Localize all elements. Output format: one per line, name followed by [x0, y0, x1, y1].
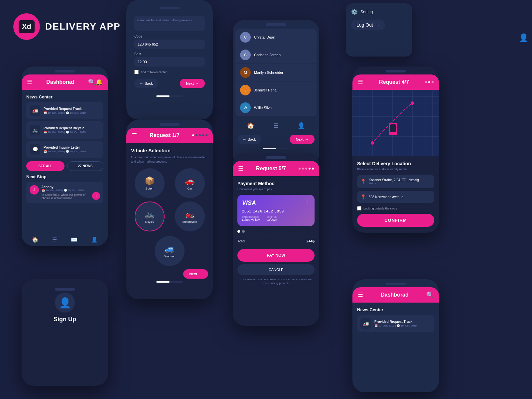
payment-menu-icon[interactable]: ☰ — [238, 165, 243, 172]
location-row-2[interactable]: 📍 508 Kertzmann Avenue — [357, 191, 434, 203]
contact-marilyn[interactable]: M Marilyn Schneider — [235, 64, 317, 81]
pay-dot-3 — [305, 168, 307, 170]
jennifer-name: Jennifer Pena — [254, 88, 277, 92]
news-center-title: News Center — [26, 94, 103, 99]
dash2-body: News Center 🚛 Provided Request Truck 📅 1… — [352, 303, 439, 392]
form-next-button[interactable]: Next → — [180, 79, 205, 88]
contacts-next-button[interactable]: Next → — [290, 135, 315, 144]
contacts-list-container: C Crystal Dean C Christine Jordan M Mari… — [235, 29, 317, 117]
news-center-label: Add to News center — [141, 70, 167, 74]
dash2-search-icon[interactable]: 🔍 — [426, 291, 434, 299]
circle-check[interactable] — [357, 206, 361, 210]
phone-form: untrammelled and when nothing prevents C… — [126, 0, 213, 120]
dash2-menu-icon[interactable]: ☰ — [358, 291, 363, 299]
pay-dot-5 — [312, 168, 314, 170]
request1-next-button[interactable]: Next → — [183, 269, 208, 279]
home-nav-icon[interactable]: 🏠 — [32, 236, 39, 243]
visa-card[interactable]: VISA ⋮ 2651 1426 1452 6859 CARD HOLDER L… — [237, 195, 315, 226]
next-stop-arrow[interactable]: → — [92, 192, 100, 200]
crystal-name: Crystal Dean — [254, 35, 275, 39]
request1-progress-fill — [156, 281, 170, 283]
search-icon[interactable]: 🔍 — [88, 78, 95, 86]
menu-icon[interactable]: ☰ — [27, 78, 32, 86]
card-menu-icon[interactable]: ⋮ — [305, 199, 311, 205]
map-home-icon[interactable]: 🏠 — [367, 232, 374, 233]
contact-willie[interactable]: W Willie Silva — [235, 99, 317, 117]
next-stop-text: In a free hour, when our power of choice… — [42, 193, 89, 200]
bicycle-label: Bicycle — [145, 220, 154, 223]
add-to-news-checkbox[interactable]: Add to News center — [134, 70, 205, 74]
request1-menu-icon[interactable]: ☰ — [132, 132, 137, 139]
phone-contacts: C Crystal Dean C Christine Jordan M Mari… — [233, 20, 319, 166]
boten-icon: 📦 — [145, 176, 155, 186]
form-nav: ← Back Next → — [134, 79, 205, 88]
map-list-icon[interactable]: ☰ — [393, 232, 398, 233]
dash2-title: Dashborad — [363, 292, 426, 298]
contacts-back-button[interactable]: ← Back — [237, 135, 261, 144]
form-back-button[interactable]: ← Back — [134, 79, 158, 88]
cast-input[interactable]: 12.00 — [134, 57, 205, 66]
user-placeholder-icon: 👤 — [59, 297, 71, 309]
payment-header: ☰ Request 5/7 — [233, 161, 319, 176]
27news-button[interactable]: 27 NEWS — [67, 161, 103, 171]
news-item-truck[interactable]: 🚛 Provided Request Truck 📅 10, Oct, 2019… — [26, 102, 103, 119]
next-stop-card[interactable]: J Johnny 📅 10, Oct, 2019 | 🕐 10, Oct, 20… — [26, 182, 103, 203]
car-icon: 🚗 — [185, 176, 195, 186]
car-label: Car — [187, 187, 192, 190]
phone-dash2: ☰ Dashborad 🔍 News Center 🚛 Provided Req… — [352, 279, 439, 392]
vehicle-wagnor[interactable]: 🚙 Wagnor — [155, 236, 185, 266]
location-address-2: 508 Kertzmann Avenue — [369, 195, 431, 199]
logout-button[interactable]: Log Out → — [351, 20, 385, 30]
deco-user-icon: 👤 — [519, 33, 529, 43]
location-km-1: 30 km — [369, 182, 431, 185]
logout-arrow-icon: → — [375, 22, 380, 28]
news-item-bicycle[interactable]: 🚲 Provided Request Bicycle 📅 10, Oct, 20… — [26, 121, 103, 139]
contacts-home-icon[interactable]: 🏠 — [247, 122, 254, 129]
payment-header-title: Request 5/7 — [243, 166, 299, 172]
list-nav-icon[interactable]: ☰ — [52, 236, 57, 243]
vehicle-motorcycle[interactable]: 🏍️ Motorcycle — [175, 201, 205, 231]
vehicle-bicycle[interactable]: 🚲 Bicycle — [135, 201, 165, 231]
wagnor-label: Wagnor — [164, 255, 175, 258]
vehicle-boten[interactable]: 📦 Boten — [135, 168, 165, 198]
setting-label: Setting — [360, 10, 373, 14]
map-dot-2 — [428, 81, 430, 83]
vehicle-car[interactable]: 🚗 Car — [175, 168, 205, 198]
next-stop-title: Next Stop — [26, 174, 103, 179]
bell-icon[interactable]: 🔔 — [95, 78, 103, 86]
news-item-letter[interactable]: 💬 Provided Inquiry Letter 📅 10, Oct, 201… — [26, 141, 103, 158]
christine-avatar: C — [240, 50, 251, 60]
cancel-button[interactable]: CANCLE — [237, 264, 315, 275]
contact-crystal[interactable]: C Crystal Dean — [235, 29, 317, 46]
signup-avatar: 👤 — [55, 293, 75, 313]
mail-nav-icon[interactable]: ✉️ — [71, 236, 77, 243]
contacts-list-icon[interactable]: ☰ — [273, 122, 279, 129]
location-row-1[interactable]: 📍 Konsner Strabe, 2 04177 Leizpzig 30 km — [357, 175, 434, 188]
code-input[interactable]: 123 645 652 — [134, 40, 205, 49]
map-header-title: Request 4/7 — [363, 79, 425, 85]
contact-jennifer[interactable]: J Jennifer Pena — [235, 81, 317, 99]
map-menu-icon[interactable]: ☰ — [358, 78, 363, 86]
profile-nav-icon[interactable]: 👤 — [91, 236, 98, 243]
outside-circle-checkbox[interactable]: Looking outside the circle — [357, 206, 434, 210]
contact-christine[interactable]: C Christine Jordan — [235, 46, 317, 64]
vehicle-grid: 📦 Boten 🚗 Car 🚲 Bicycle 🏍️ Motorcycle — [131, 168, 208, 231]
total-amount: 244$ — [307, 239, 315, 243]
pay-now-button[interactable]: PAY NOW — [237, 249, 315, 262]
phone-map: ☰ Request 4/7 Select Delivery Location — [352, 66, 439, 233]
truck-icon: 🚛 — [30, 105, 40, 116]
see-all-button[interactable]: SEE ALL — [26, 161, 65, 171]
news-center-check[interactable] — [134, 70, 139, 74]
contacts-profile-icon[interactable]: 👤 — [298, 122, 305, 129]
news-title-bicycle: Provided Request Bicycle — [44, 126, 100, 130]
map-person-icon[interactable]: 👤 — [418, 232, 424, 233]
phone-signup: 👤 Sign Up — [22, 279, 108, 386]
payment-dots — [299, 168, 314, 170]
request1-title: Request 1/7 — [137, 132, 192, 138]
dash2-news-item[interactable]: 🚛 Provided Request Truck 📅 10, Oct, 2019… — [357, 315, 434, 332]
payment-notch — [266, 156, 286, 159]
confirm-button[interactable]: CONFIRM — [357, 214, 434, 227]
request1-header: ☰ Request 1/7 — [126, 128, 213, 143]
pay-dot-2 — [302, 168, 304, 170]
card-labels: CARD HOLDER Lubos Volkov EXPIRES 03/2024 — [242, 216, 310, 221]
